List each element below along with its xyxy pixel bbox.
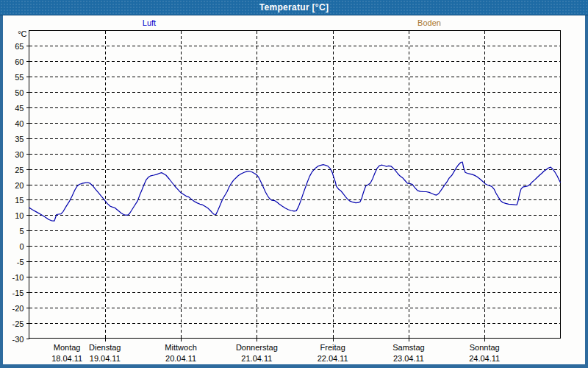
x-day-name-label: Montag	[54, 343, 81, 352]
x-day-name-label: Dienstag	[89, 343, 121, 352]
y-tick-label: 25	[15, 166, 24, 174]
x-date-label: 23.04.11	[393, 354, 424, 363]
chart-window: Temperatur [°C] Luft Boden 6560555045403…	[0, 0, 588, 368]
x-day-name-label: Sonntag	[470, 343, 500, 352]
x-date-label: 20.04.11	[165, 354, 196, 363]
y-tick-label: 65	[15, 42, 24, 51]
y-tick-label: 10	[15, 211, 24, 220]
y-tick-label: 20	[15, 181, 24, 190]
y-tick-label: 5	[19, 227, 24, 236]
y-tick-label: 30	[15, 150, 24, 159]
curve-luft	[29, 162, 561, 221]
y-tick-label: 60	[15, 57, 24, 66]
y-tick-label: 55	[15, 73, 24, 82]
x-date-label: 24.04.11	[469, 354, 500, 363]
x-date-label: 18.04.11	[51, 354, 82, 363]
y-tick-label: 35	[15, 135, 24, 144]
x-day-name-label: Freitag	[320, 343, 345, 352]
y-tick-label: -5	[17, 258, 24, 266]
axis-labels: 65605550454035302520151050-5-10-15-20-25…	[12, 29, 501, 364]
x-day-name-label: Samstag	[392, 343, 424, 352]
y-tick-label: -15	[12, 289, 24, 297]
y-tick-label: -10	[12, 273, 24, 282]
x-day-name-label: Donnerstag	[236, 343, 278, 352]
y-tick-label: 40	[15, 119, 24, 128]
y-tick-label: 45	[15, 104, 24, 113]
y-tick-label: 50	[15, 88, 24, 97]
x-day-name-label: Mittwoch	[165, 343, 196, 352]
y-tick-label: -30	[12, 335, 24, 344]
y-axis-unit-label: °C	[18, 29, 26, 38]
y-tick-label: 15	[15, 196, 24, 205]
x-date-label: 19.04.11	[90, 354, 121, 363]
y-tick-label: -20	[12, 304, 24, 313]
temperature-chart: 65605550454035302520151050-5-10-15-20-25…	[0, 0, 588, 368]
x-date-label: 22.04.11	[318, 354, 348, 363]
y-tick-label: 0	[19, 242, 24, 251]
x-date-label: 21.04.11	[241, 354, 272, 363]
grid-lines	[26, 31, 561, 342]
y-tick-label: -25	[12, 319, 24, 328]
